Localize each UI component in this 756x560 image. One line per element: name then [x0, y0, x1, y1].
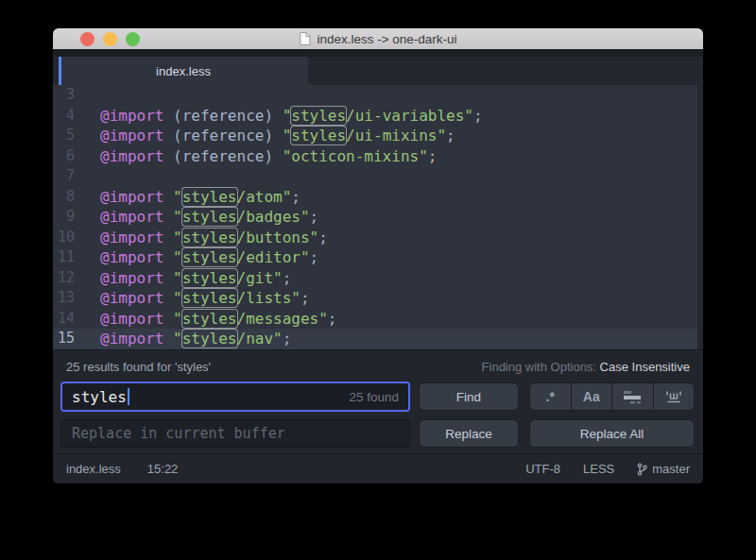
search-match-highlight: styles [182, 310, 237, 328]
code-token: /ui-mixins" [346, 127, 446, 144]
code-token: /atom" [237, 188, 292, 206]
tab-bar: index.less [53, 57, 703, 85]
find-input[interactable]: styles 25 found [60, 382, 410, 412]
status-encoding[interactable]: UTF-8 [525, 462, 560, 476]
search-match-highlight: styles [291, 107, 346, 125]
regex-option-button[interactable]: .* [530, 383, 571, 410]
find-button[interactable]: Find [419, 382, 519, 411]
code-text: @import "styles/buttons"; [100, 228, 328, 248]
replace-button[interactable]: Replace [419, 419, 519, 448]
code-token: ; [318, 229, 328, 246]
code-token: /editor" [237, 248, 310, 266]
line-number: 4 [53, 106, 75, 127]
code-token: @import [100, 248, 173, 266]
code-line[interactable]: 8@import "styles/atom"; [53, 187, 697, 208]
code-text: @import (reference) "styles/ui-variables… [100, 106, 483, 127]
code-line[interactable]: 6@import (reference) "octicon-mixins"; [53, 146, 697, 167]
line-number: 6 [53, 146, 75, 167]
find-and-replace-panel: 25 results found for 'styles' Finding wi… [53, 349, 703, 453]
code-line[interactable]: 10@import "styles/buttons"; [53, 228, 697, 248]
document-icon [299, 31, 311, 46]
finding-options-value: Case Insensitive [600, 360, 690, 374]
code-token: " [173, 248, 182, 266]
code-line[interactable]: 15@import "styles/nav"; [53, 329, 697, 349]
search-match-highlight: styles [291, 127, 346, 144]
code-text: @import (reference) "octicon-mixins"; [100, 146, 437, 167]
minimize-window-button[interactable] [103, 32, 117, 46]
whole-word-option-button[interactable] [653, 383, 695, 410]
code-line[interactable]: 13@import "styles/lists"; [53, 288, 697, 309]
case-option-button[interactable]: Aa [571, 383, 612, 410]
code-token: /nav" [237, 330, 283, 348]
search-match-highlight: styles [182, 330, 237, 348]
tabbar-top-strip [53, 49, 703, 57]
code-token: " [173, 330, 182, 348]
active-tab-accent [59, 57, 61, 85]
code-token: " [283, 127, 292, 144]
code-token: @import [100, 208, 173, 226]
code-text: @import "styles/nav"; [100, 329, 291, 349]
code-token: " [173, 289, 182, 307]
code-token: @import [100, 229, 173, 246]
status-file-name: index.less [66, 462, 121, 476]
code-line[interactable]: 5@import (reference) "styles/ui-mixins"; [53, 126, 697, 146]
editor[interactable]: 34@import (reference) "styles/ui-variabl… [53, 85, 703, 349]
code-line[interactable]: 3 [53, 85, 697, 106]
zoom-window-button[interactable] [126, 32, 140, 46]
code-text: @import "styles/badges"; [100, 207, 318, 228]
code-line[interactable]: 9@import "styles/badges"; [53, 207, 697, 228]
window-title: index.less -> one-dark-ui [317, 32, 456, 46]
finding-options-label: Finding with Options: [482, 360, 596, 374]
selection-option-button[interactable] [611, 383, 653, 410]
line-number: 12 [53, 268, 75, 289]
found-count-badge: 25 found [349, 390, 399, 404]
code-line[interactable]: 4@import (reference) "styles/ui-variable… [53, 106, 697, 127]
replace-input-placeholder: Replace in current buffer [72, 425, 285, 442]
code-token: /ui-variables" [346, 107, 473, 125]
tab-index-less[interactable]: index.less [59, 57, 308, 85]
git-branch-icon [637, 463, 647, 476]
code-line[interactable]: 12@import "styles/git"; [53, 268, 697, 289]
code-token: ; [446, 127, 455, 144]
code-token: /lists" [237, 289, 301, 307]
code-line[interactable]: 11@import "styles/editor"; [53, 247, 697, 268]
code-token: /git" [237, 269, 283, 287]
status-branch-name: master [652, 462, 690, 476]
search-match-highlight: styles [182, 229, 237, 246]
code-text: @import "styles/atom"; [100, 187, 301, 208]
code-token: ; [328, 310, 337, 328]
code-token: @import [100, 289, 173, 307]
close-window-button[interactable] [80, 32, 94, 46]
line-number: 9 [53, 207, 75, 228]
code-token: /badges" [237, 208, 310, 226]
code-text: @import "styles/editor"; [100, 247, 318, 268]
replace-input[interactable]: Replace in current buffer [60, 419, 410, 448]
titlebar[interactable]: index.less -> one-dark-ui [53, 28, 703, 49]
search-match-highlight: styles [182, 269, 237, 287]
code-token: ; [283, 269, 292, 287]
code-token: ; [473, 107, 483, 125]
code-line[interactable]: 7 [53, 166, 697, 187]
text-cursor [128, 388, 129, 405]
code-token: (reference) [173, 147, 283, 165]
code-token: ; [310, 248, 319, 266]
status-grammar[interactable]: LESS [583, 462, 614, 476]
code-token: @import [100, 330, 173, 348]
find-input-value: styles [72, 388, 127, 406]
status-cursor-position[interactable]: 15:22 [147, 462, 179, 476]
line-number: 15 [53, 329, 75, 349]
status-git-branch[interactable]: master [637, 462, 690, 476]
code-token: (reference) [173, 127, 283, 144]
search-match-highlight: styles [182, 188, 237, 206]
replace-all-button[interactable]: Replace All [529, 419, 695, 448]
whole-word-icon [664, 390, 683, 404]
only-in-selection-icon [623, 390, 642, 404]
line-number: 10 [53, 228, 75, 248]
code-text: @import "styles/lists"; [100, 288, 310, 309]
code-token: @import [100, 107, 173, 125]
code-line[interactable]: 14@import "styles/messages"; [53, 309, 697, 330]
code-token: @import [100, 127, 173, 144]
code-token: (reference) [173, 107, 283, 125]
line-number: 5 [53, 126, 75, 146]
line-number: 13 [53, 288, 75, 309]
